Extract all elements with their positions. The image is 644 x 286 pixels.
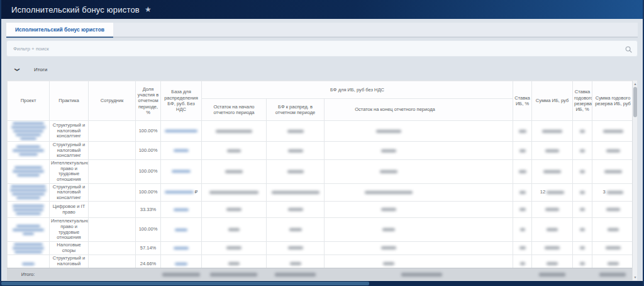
favorite-star-icon[interactable]: ★ — [145, 5, 152, 14]
cell-base[interactable] — [161, 160, 202, 184]
cell-reserve-rate — [573, 121, 592, 142]
cell-reserve-amount — [592, 121, 634, 142]
summary-value-reserve_amount — [592, 268, 633, 280]
search-icon[interactable] — [625, 45, 633, 52]
cell-balance-start — [202, 183, 267, 202]
cell-balance-end — [325, 218, 513, 242]
cell-balance-end — [325, 121, 513, 142]
cell-bf-distr — [267, 202, 325, 218]
cell-amount — [532, 202, 573, 218]
chevron-down-icon[interactable]: ❯ — [14, 66, 20, 72]
col-header-amount[interactable]: Сумма ИБ, руб — [532, 81, 573, 121]
cell-balance-start — [202, 202, 267, 218]
cell-balance-start — [202, 142, 267, 160]
cell-project-link[interactable] — [8, 202, 50, 218]
cell-employee-link[interactable] — [89, 142, 136, 160]
cell-project-link[interactable] — [8, 142, 50, 160]
col-header-project[interactable]: Проект — [8, 81, 50, 121]
summary-empty-cell — [88, 268, 135, 280]
cell-base[interactable] — [161, 121, 202, 142]
filter-search-input[interactable] — [6, 40, 638, 57]
vertical-scrollbar[interactable]: ▲ ▼ — [632, 81, 637, 280]
totals-section-header[interactable]: ❯ Итоги — [6, 63, 638, 76]
cell-project-link[interactable] — [8, 121, 50, 142]
cell-practice: Налоговые споры — [50, 241, 89, 255]
horizontal-scrollbar[interactable] — [1, 281, 643, 286]
table-row: Цифровое и IT право33.33% — [8, 202, 634, 218]
cell-employee-link[interactable] — [89, 160, 136, 184]
cell-base[interactable] — [161, 241, 202, 255]
cell-rate — [513, 121, 532, 142]
cell-balance-end — [325, 142, 513, 160]
cell-share: 100.00% — [136, 183, 161, 202]
cell-reserve-amount — [592, 202, 634, 218]
cell-amount — [532, 218, 573, 242]
scroll-up-icon[interactable]: ▲ — [633, 81, 638, 86]
page-title: Исполнительский бонус юристов — [11, 5, 140, 14]
cell-rate — [513, 218, 532, 242]
cell-reserve-rate — [573, 183, 592, 202]
cell-share: 100.00% — [136, 160, 161, 184]
cell-practice: Интеллектуальное право и трудовые отноше… — [50, 160, 89, 184]
col-header-balance-end[interactable]: Остаток на конец отчетного периода — [325, 99, 513, 121]
col-header-rate[interactable]: Ставка ИБ, % — [513, 81, 532, 121]
col-header-share[interactable]: Доля участия в отчетном периоде, % — [136, 81, 161, 121]
cell-rate — [513, 142, 532, 160]
cell-base[interactable] — [161, 142, 202, 160]
summary-value-balance_start — [201, 268, 266, 280]
col-header-practice[interactable]: Практика — [50, 81, 89, 121]
cell-project-link[interactable] — [8, 183, 50, 202]
cell-employee-link[interactable] — [89, 183, 136, 202]
col-header-bf-group: БФ для ИБ, руб без НДС — [202, 81, 513, 99]
cell-amount — [532, 121, 573, 142]
cell-employee-link[interactable] — [89, 202, 136, 218]
cell-practice: Структурный и налоговый консалтинг — [50, 142, 89, 160]
cell-reserve-rate — [573, 218, 592, 242]
cell-balance-end — [325, 183, 513, 202]
cell-reserve-rate — [573, 142, 592, 160]
cell-bf-distr — [267, 183, 325, 202]
cell-base[interactable] — [161, 202, 202, 218]
cell-employee-link[interactable] — [89, 241, 136, 255]
cell-balance-start — [202, 241, 267, 255]
page: Исполнительский бонус юристов ★ Исполнит… — [0, 0, 644, 286]
summary-label: Итого: — [7, 268, 49, 280]
cell-balance-end — [325, 241, 513, 255]
col-header-bf-distr[interactable]: БФ к распред. в отчетном периоде — [267, 99, 325, 121]
cell-employee-link[interactable] — [89, 121, 136, 142]
table-row: Структурный и налоговый консалтинг100.00… — [8, 142, 634, 160]
cell-balance-start — [202, 160, 267, 184]
summary-empty-cell — [135, 268, 160, 280]
cell-employee-link[interactable] — [89, 218, 136, 242]
cell-share: 57.14% — [136, 241, 161, 255]
vertical-scrollbar-thumb[interactable] — [633, 87, 637, 117]
cell-amount — [532, 160, 573, 184]
cell-practice: Интеллектуальное право и трудовые отноше… — [50, 218, 89, 242]
cell-balance-end — [325, 202, 513, 218]
col-header-base[interactable]: База для распределения БФ, руб. Без НДС — [161, 81, 202, 121]
cell-bf-distr — [267, 241, 325, 255]
cell-share: 100.00% — [136, 121, 161, 142]
balance-end-header-text: Остаток на конец отчетного периода — [332, 106, 458, 112]
cell-share: 100.00% — [136, 218, 161, 242]
cell-reserve-amount — [592, 218, 634, 242]
cell-project-link[interactable] — [8, 160, 50, 184]
cell-reserve-rate — [573, 241, 592, 255]
cell-project-link[interactable] — [8, 241, 50, 255]
tab-executive-bonus[interactable]: Исполнительский бонус юристов — [6, 23, 113, 37]
col-header-reserve-rate[interactable]: Ставка годового резерва ИБ, % — [573, 81, 592, 121]
col-header-reserve-amount[interactable]: Сумма годового резерва ИБ, руб — [592, 81, 634, 121]
cell-project-link[interactable] — [8, 218, 50, 242]
summary-value-bf_distr — [266, 268, 324, 280]
cell-base[interactable]: ₽ — [161, 183, 202, 202]
horizontal-scrollbar-thumb[interactable] — [1, 282, 369, 285]
scroll-down-icon[interactable]: ▼ — [633, 275, 638, 280]
cell-reserve-rate — [573, 202, 592, 218]
cell-bf-distr — [267, 160, 325, 184]
cell-base[interactable] — [161, 218, 202, 242]
col-header-balance-start[interactable]: Остаток на начало отчетного периода — [202, 99, 267, 121]
col-header-employee[interactable]: Сотрудник — [89, 81, 136, 121]
table-row: Интеллектуальное право и трудовые отноше… — [8, 160, 634, 184]
cell-reserve-rate — [573, 160, 592, 184]
cell-practice: Цифровое и IT право — [50, 202, 89, 218]
